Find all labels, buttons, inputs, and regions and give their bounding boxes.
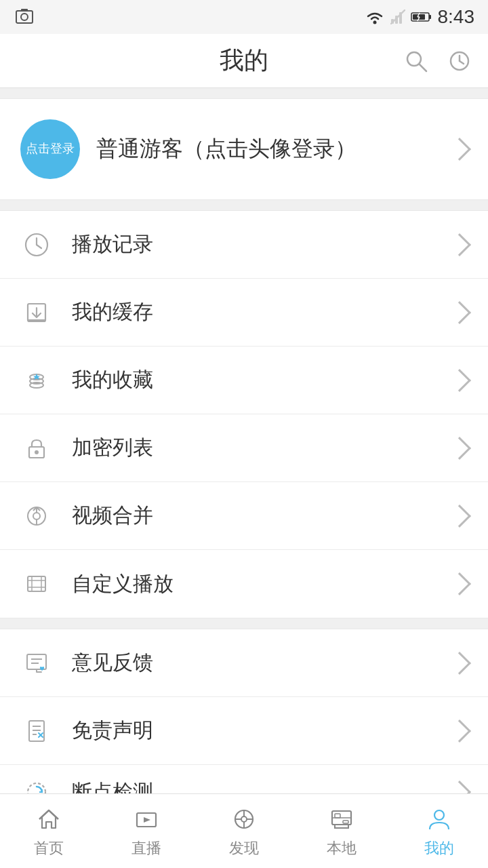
profile-chevron [448,138,471,161]
history-button[interactable] [445,46,474,76]
local-nav-icon [327,804,357,834]
menu-chevron [448,233,471,256]
home-nav-icon [34,804,64,834]
menu-item-disclaimer[interactable]: 免责声明 [0,697,488,765]
profile-info: 点击登录 普通游客（点击头像登录） [20,119,357,179]
svg-rect-35 [28,576,45,591]
svg-rect-9 [429,15,431,19]
menu-label: 播放记录 [72,231,153,258]
status-left [14,6,35,28]
disclaimer-icon [20,715,53,747]
bottom-nav: 首页 直播 发现 本地 我的 [0,793,488,868]
menu-item-playback[interactable]: 播放记录 [0,211,488,279]
nav-label: 直播 [131,838,161,859]
menu-chevron [448,572,471,595]
svg-point-30 [35,450,39,454]
menu-chevron [448,301,471,324]
menu-label: 我的缓存 [72,298,153,326]
nav-label: 发现 [229,838,259,859]
svg-marker-49 [144,817,150,823]
live-nav-icon [131,804,161,834]
menu-label: 视频合并 [72,502,153,530]
menu-item-left: 我的收藏 [20,364,153,397]
menu-item-left: 播放记录 [20,229,153,261]
menu-chevron [448,437,471,460]
svg-rect-59 [343,821,348,823]
menu-item-left: 免责声明 [20,715,153,747]
menu-item-left: 自定义播放 [20,568,174,600]
time-display: 8:43 [438,6,475,28]
status-bar: 8:43 [0,0,488,34]
nav-item-local[interactable]: 本地 [293,794,390,868]
svg-rect-58 [335,814,340,818]
profile-card[interactable]: 点击登录 普通游客（点击头像登录） [0,98,488,200]
menu-label: 免责声明 [72,717,153,745]
menu-item-merge[interactable]: 视频合并 [0,482,488,550]
svg-point-3 [373,21,376,24]
nav-item-live[interactable]: 直播 [98,794,195,868]
star-stack-icon [20,364,53,397]
lock-icon [20,432,53,465]
menu-label: 我的收藏 [72,366,153,394]
avatar: 点击登录 [20,119,80,179]
menu-label: 加密列表 [72,434,153,462]
svg-line-18 [460,61,464,64]
merge-icon [20,500,53,532]
svg-point-51 [241,816,247,822]
header: 我的 [0,34,488,88]
menu-label: 意见反馈 [72,649,153,677]
menu-label: 自定义播放 [72,570,174,598]
header-actions [401,46,474,76]
nav-label: 本地 [327,838,357,859]
svg-rect-2 [21,9,28,12]
menu-item-favorite[interactable]: 我的收藏 [0,347,488,414]
nav-label: 首页 [34,838,64,859]
menu-group-2: 意见反馈 免责声明 断点检测 [0,629,488,820]
svg-line-21 [37,245,41,248]
menu-item-encrypt[interactable]: 加密列表 [0,414,488,482]
svg-point-32 [33,513,40,519]
menu-item-left: 视频合并 [20,500,153,532]
svg-point-1 [21,14,28,20]
menu-item-left: 加密列表 [20,432,153,465]
menu-group-1: 播放记录 我的缓存 我的收藏 [0,210,488,618]
nav-item-home[interactable]: 首页 [0,794,98,868]
menu-item-left: 我的缓存 [20,296,153,329]
profile-name: 普通游客（点击头像登录） [96,134,357,164]
clock-icon [20,229,53,261]
film-icon [20,568,53,600]
discover-nav-icon [229,804,259,834]
menu-item-feedback[interactable]: 意见反馈 [0,629,488,697]
menu-chevron [448,505,471,528]
mine-nav-icon [424,804,454,834]
nav-item-discover[interactable]: 发现 [195,794,293,868]
status-right: 8:43 [365,6,475,28]
menu-item-left: 意见反馈 [20,647,153,679]
svg-rect-0 [16,11,33,23]
menu-item-cache[interactable]: 我的缓存 [0,279,488,347]
menu-chevron [448,369,471,392]
photo-icon [14,6,35,28]
nav-item-mine[interactable]: 我的 [390,794,488,868]
svg-point-60 [434,810,444,820]
svg-point-14 [407,52,421,66]
menu-item-custom[interactable]: 自定义播放 [0,550,488,618]
search-button[interactable] [401,46,431,76]
download-icon [20,296,53,329]
page-title: 我的 [220,44,268,77]
menu-chevron [448,719,471,743]
feedback-icon [20,647,53,679]
svg-line-15 [420,64,426,71]
menu-chevron [448,652,471,675]
nav-label: 我的 [424,838,454,859]
